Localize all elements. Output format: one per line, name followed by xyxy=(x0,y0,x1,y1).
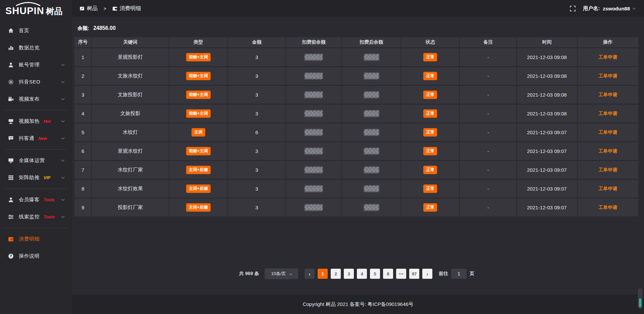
consumption-table: 序号 关键词 类型 金额 扣费前余额 扣费后余额 状态 备注 时间 操作 1 景… xyxy=(74,37,639,217)
chevron-down-icon xyxy=(61,97,65,100)
sliders-icon xyxy=(8,214,14,220)
sidebar-item-label: 全媒体运营 xyxy=(19,157,45,164)
cell-action: 工单申请 xyxy=(578,142,639,161)
cell-type: 前缀+主词 xyxy=(169,48,228,67)
ticket-apply-link[interactable]: 工单申请 xyxy=(598,205,617,210)
sidebar-item-member-burst[interactable]: 会员爆客 Tools xyxy=(0,191,72,208)
ticket-apply-link[interactable]: 工单申请 xyxy=(598,186,617,191)
ticket-apply-link[interactable]: 工单申请 xyxy=(598,92,617,97)
goto-label: 前往 xyxy=(439,271,448,277)
more-pages-button[interactable]: ••• xyxy=(396,269,406,279)
col-keyword: 关键词 xyxy=(92,37,169,48)
sidebar-item-consumption-detail[interactable]: 消费明细 xyxy=(0,230,72,248)
page-button-6[interactable]: 6 xyxy=(383,269,393,279)
chevron-down-icon xyxy=(61,175,65,179)
sidebar: SHUPIN 树品 首页 数据总览 账号管理 xyxy=(0,0,72,314)
breadcrumb-home[interactable]: 树品 xyxy=(79,5,98,12)
gear-icon xyxy=(8,79,14,85)
sidebar-item-instructions[interactable]: ? 操作说明 xyxy=(0,248,72,265)
col-amount: 金额 xyxy=(228,37,286,48)
cell-keyword: 水纹灯 xyxy=(92,123,169,142)
cell-index: 6 xyxy=(74,142,92,161)
cell-balance-before xyxy=(286,142,342,161)
type-badge: 前缀+主词 xyxy=(186,147,211,155)
cell-action: 工单申请 xyxy=(578,67,639,86)
sidebar-item-omnimedia[interactable]: 全媒体运营 xyxy=(0,152,72,169)
page-button-97[interactable]: 97 xyxy=(409,269,419,279)
sidebar-item-label: 消费明细 xyxy=(19,236,40,242)
sidebar-item-label: 线索监控 xyxy=(19,214,40,220)
cell-balance-after xyxy=(342,105,401,123)
page-button-5[interactable]: 5 xyxy=(370,269,380,279)
sidebar-item-video-publish[interactable]: 视频发布 xyxy=(0,91,72,108)
ticket-apply-link[interactable]: 工单申请 xyxy=(598,148,617,154)
sidebar-item-douyin-seo[interactable]: 抖音SEO xyxy=(0,73,72,91)
ticket-apply-link[interactable]: 工单申请 xyxy=(598,54,617,60)
cell-balance-before xyxy=(286,161,342,180)
cell-balance-after xyxy=(342,180,401,199)
type-badge: 前缀+主词 xyxy=(186,109,211,118)
sidebar-item-data-overview[interactable]: 数据总览 xyxy=(0,39,72,56)
user-menu[interactable]: 用户名: zswodun88 xyxy=(583,5,635,12)
cell-index: 9 xyxy=(74,199,92,217)
table-row: 7 水纹灯厂家 主词+后缀 3 正常 - 2021-12-03 09:07 工单… xyxy=(74,161,639,180)
goto-page-input[interactable] xyxy=(451,269,467,279)
cell-balance-after xyxy=(342,48,401,67)
page-button-1[interactable]: 1 xyxy=(318,269,328,279)
sidebar-item-label: 账号管理 xyxy=(19,62,40,68)
cell-time: 2021-12-03 09:08 xyxy=(517,105,577,123)
breadcrumb-separator: > xyxy=(104,6,106,11)
sidebar-item-lead-monitor[interactable]: 线索监控 Tools xyxy=(0,208,72,225)
cell-type: 前缀+主词 xyxy=(169,105,228,123)
page-button-3[interactable]: 3 xyxy=(344,269,354,279)
sidebar-item-label: 首页 xyxy=(19,28,29,34)
table-row: 3 文旅投影灯 前缀+主词 3 正常 - 2021-12-03 09:08 工单… xyxy=(74,86,639,105)
ticket-apply-link[interactable]: 工单申请 xyxy=(598,73,617,78)
cell-index: 1 xyxy=(74,48,92,67)
pagination: 共 969 条 10条/页 ‹ 1 2 3 4 5 6 ••• 97 › 前往 … xyxy=(74,268,639,279)
prev-page-button[interactable]: ‹ xyxy=(305,269,315,279)
scrollbar-thumb[interactable] xyxy=(639,299,641,307)
cell-index: 7 xyxy=(74,161,92,180)
cell-remark: - xyxy=(460,161,517,180)
sidebar-item-video-heat[interactable]: 视频加热 Hot xyxy=(0,113,72,130)
page-size-select[interactable]: 10条/页 xyxy=(265,268,298,279)
page-button-4[interactable]: 4 xyxy=(357,269,367,279)
fullscreen-icon[interactable] xyxy=(570,6,576,11)
cell-amount: 3 xyxy=(228,105,286,123)
col-status: 状态 xyxy=(401,37,460,48)
col-remark: 备注 xyxy=(460,37,517,48)
cell-status: 正常 xyxy=(401,199,460,217)
redacted-value xyxy=(305,73,323,79)
cell-remark: - xyxy=(460,180,517,199)
cell-time: 2021-12-03 09:07 xyxy=(517,199,577,217)
cell-keyword: 文旅投影 xyxy=(92,105,169,123)
cell-remark: - xyxy=(460,67,517,86)
user-icon xyxy=(8,62,14,68)
next-page-button[interactable]: › xyxy=(422,269,432,279)
ticket-apply-link[interactable]: 工单申请 xyxy=(598,129,617,135)
redacted-value xyxy=(364,148,379,154)
ticket-apply-link[interactable]: 工单申请 xyxy=(598,167,617,172)
footer: Copyright 树品 2021 备案号: 粤ICP备09019646号 xyxy=(72,295,644,314)
status-badge: 正常 xyxy=(423,72,437,80)
sidebar-item-home[interactable]: 首页 xyxy=(0,22,72,39)
sidebar-item-account[interactable]: 账号管理 xyxy=(0,56,72,73)
ticket-apply-link[interactable]: 工单申请 xyxy=(598,111,617,116)
sidebar-item-doketong[interactable]: 抖客通 New xyxy=(0,130,72,147)
video-camera-icon xyxy=(8,96,14,102)
chat-icon xyxy=(8,136,14,141)
cell-type: 前缀+主词 xyxy=(169,142,228,161)
divider xyxy=(5,110,67,110)
breadcrumb-current[interactable]: 消费明细 xyxy=(112,5,141,12)
divider xyxy=(5,149,67,150)
sidebar-item-matrix-boost[interactable]: 矩阵助推 VIP xyxy=(0,169,72,186)
cell-remark: - xyxy=(460,48,517,67)
page-button-2[interactable]: 2 xyxy=(331,269,341,279)
cell-type: 主词+后缀 xyxy=(169,161,228,180)
table-row: 6 景观水纹灯 前缀+主词 3 正常 - 2021-12-03 09:07 工单… xyxy=(74,142,639,161)
cell-index: 4 xyxy=(74,105,92,123)
main-content: 余额: 24856.00 序号 关键词 类型 金额 扣费前余额 扣费后余额 状态… xyxy=(72,17,644,295)
home-icon xyxy=(8,28,14,34)
cell-status: 正常 xyxy=(401,142,460,161)
